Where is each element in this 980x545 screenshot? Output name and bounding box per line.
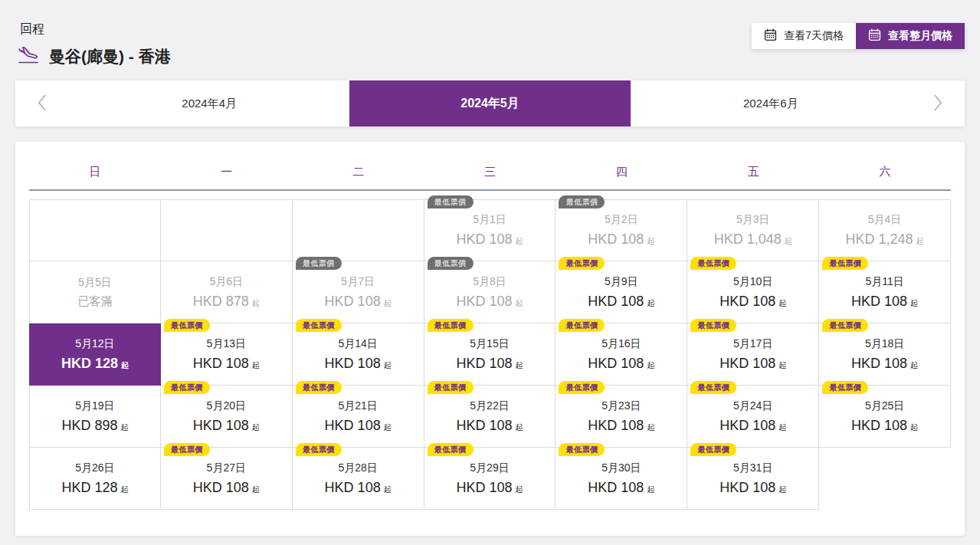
next-month-button[interactable] <box>911 80 965 126</box>
cell-price: HKD 108起 <box>588 418 654 434</box>
cell-date: 5月6日 <box>209 275 243 289</box>
weekday-label: 四 <box>556 165 687 179</box>
price-suffix: 起 <box>516 423 523 432</box>
calendar-cell: 5月5日已客滿 <box>29 261 161 323</box>
cell-date: 5月30日 <box>601 461 641 475</box>
price-suffix: 起 <box>778 423 786 432</box>
cell-price: HKD 128起 <box>61 480 128 496</box>
lowest-fare-badge: 最低票價 <box>822 257 868 270</box>
calendar-cell-empty <box>29 199 161 261</box>
view-7day-button[interactable]: 查看7天價格 <box>752 23 856 49</box>
calendar-cell[interactable]: 最低票價5月13日HKD 108起 <box>161 323 293 386</box>
tab-month-may[interactable]: 2024年5月 <box>349 80 630 126</box>
calendar-cell[interactable]: 最低票價5月17日HKD 108起 <box>687 323 819 386</box>
view-7day-label: 查看7天價格 <box>784 29 844 43</box>
cell-price: HKD 1,048起 <box>714 231 792 248</box>
price-suffix: 起 <box>647 299 654 307</box>
calendar-cell[interactable]: 最低票價5月10日HKD 108起 <box>687 261 819 323</box>
calendar-grid: 最低票價5月1日HKD 108起最低票價5月2日HKD 108起5月3日HKD … <box>29 199 951 510</box>
weekday-label: 二 <box>293 165 424 179</box>
calendar-cell[interactable]: 5月19日HKD 898起 <box>29 386 161 448</box>
price-suffix: 起 <box>384 361 392 369</box>
calendar-cell[interactable]: 最低票價5月21日HKD 108起 <box>293 386 424 448</box>
price-suffix: 起 <box>647 237 654 245</box>
cell-date: 5月3日 <box>736 213 770 227</box>
calendar-cell[interactable]: 最低票價5月30日HKD 108起 <box>556 448 687 510</box>
calendar-cell[interactable]: 最低票價5月29日HKD 108起 <box>424 448 556 510</box>
lowest-fare-badge: 最低票價 <box>822 381 868 394</box>
price-suffix: 起 <box>252 423 260 432</box>
calendar-cell[interactable]: 最低票價5月9日HKD 108起 <box>556 261 687 323</box>
lowest-fare-badge: 最低票價 <box>164 319 210 332</box>
calendar-cell[interactable]: 最低票價5月14日HKD 108起 <box>293 323 424 386</box>
cell-price: HKD 108起 <box>456 356 523 372</box>
price-suffix: 起 <box>120 485 128 494</box>
calendar-cell[interactable]: 最低票價5月20日HKD 108起 <box>161 386 293 448</box>
lowest-fare-badge: 最低票價 <box>164 381 210 394</box>
lowest-fare-badge: 最低票價 <box>164 443 210 456</box>
cell-price: HKD 108起 <box>719 418 786 434</box>
price-suffix: 起 <box>120 423 128 432</box>
lowest-fare-badge: 最低票價 <box>428 257 474 270</box>
price-suffix: 起 <box>778 485 786 494</box>
header: 回程 曼谷(廊曼) - 香港 <box>15 21 965 68</box>
cell-price: HKD 898起 <box>61 418 128 434</box>
calendar-cell[interactable]: 最低票價5月28日HKD 108起 <box>293 448 424 510</box>
calendar-cell: 5月4日HKD 1,248起 <box>819 199 951 261</box>
price-suffix: 起 <box>785 237 792 245</box>
price-suffix: 起 <box>252 361 260 369</box>
cell-date: 5月2日 <box>605 213 638 227</box>
lowest-fare-badge: 最低票價 <box>296 319 342 332</box>
cell-price: HKD 108起 <box>193 480 260 496</box>
prev-month-button[interactable] <box>15 80 69 126</box>
calendar-cell[interactable]: 最低票價5月22日HKD 108起 <box>424 386 556 448</box>
calendar-cell[interactable]: 最低票價5月25日HKD 108起 <box>819 386 951 448</box>
calendar-cell[interactable]: 5月26日HKD 128起 <box>29 448 161 510</box>
cell-date: 5月8日 <box>473 275 506 289</box>
calendar-cell[interactable]: 5月12日HKD 128起 <box>29 323 161 386</box>
calendar-cell[interactable]: 最低票價5月16日HKD 108起 <box>556 323 687 386</box>
weekday-label: 一 <box>161 165 293 179</box>
calendar-cell-empty <box>293 199 424 261</box>
cell-price: HKD 108起 <box>719 294 786 310</box>
view-toggle-group: 查看7天價格 查看整月價格 <box>752 23 965 49</box>
calendar-cell[interactable]: 最低票價5月24日HKD 108起 <box>687 386 819 448</box>
lowest-fare-badge: 最低票價 <box>428 319 474 332</box>
calendar-cell[interactable]: 最低票價5月23日HKD 108起 <box>556 386 687 448</box>
cell-date: 5月1日 <box>473 213 506 227</box>
lowest-fare-badge: 最低票價 <box>559 195 605 208</box>
price-suffix: 起 <box>252 299 260 307</box>
cell-date: 5月17日 <box>733 337 772 351</box>
cell-price: HKD 108起 <box>588 294 654 310</box>
cell-date: 5月23日 <box>601 399 641 413</box>
cell-price: HKD 108起 <box>719 480 786 496</box>
price-suffix: 起 <box>516 361 523 369</box>
weekday-label: 五 <box>687 165 819 179</box>
calendar-cell[interactable]: 最低票價5月27日HKD 108起 <box>161 448 293 510</box>
lowest-fare-badge: 最低票價 <box>559 319 605 332</box>
calendar-icon <box>764 28 777 44</box>
price-suffix: 起 <box>121 361 129 369</box>
price-suffix: 起 <box>384 485 392 494</box>
lowest-fare-badge: 最低票價 <box>296 443 342 456</box>
cell-price: HKD 108起 <box>325 418 392 434</box>
price-suffix: 起 <box>647 423 654 432</box>
tab-month-june[interactable]: 2024年6月 <box>631 80 911 126</box>
calendar-cell[interactable]: 最低票價5月18日HKD 108起 <box>819 323 951 386</box>
calendar-cell[interactable]: 最低票價5月15日HKD 108起 <box>424 323 556 386</box>
cell-price: HKD 108起 <box>325 480 392 496</box>
view-month-button[interactable]: 查看整月價格 <box>856 23 965 49</box>
lowest-fare-badge: 最低票價 <box>428 381 474 394</box>
calendar-cell[interactable]: 最低票價5月31日HKD 108起 <box>687 448 819 510</box>
month-nav: 2024年4月 2024年5月 2024年6月 <box>15 80 965 126</box>
cell-price: HKD 108起 <box>325 356 392 372</box>
weekday-header-row: 日一二三四五六 <box>29 154 951 191</box>
tab-month-april[interactable]: 2024年4月 <box>69 80 349 126</box>
cell-date: 5月24日 <box>733 399 772 413</box>
calendar-cell[interactable]: 最低票價5月11日HKD 108起 <box>819 261 951 323</box>
cell-price: HKD 108起 <box>588 356 654 372</box>
cell-price: HKD 108起 <box>851 418 918 434</box>
cell-price: HKD 878起 <box>193 294 260 310</box>
cell-date: 5月20日 <box>207 399 246 413</box>
trip-type-label: 回程 <box>20 21 171 38</box>
